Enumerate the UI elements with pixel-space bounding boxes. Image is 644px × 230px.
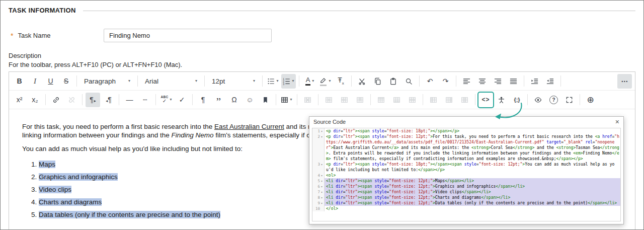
list-item-text: Video clips	[39, 186, 71, 193]
text-color-button[interactable]: A▾	[302, 74, 317, 89]
line-number: 10	[315, 206, 320, 211]
fold-arrow-icon[interactable]: ▾	[320, 134, 324, 139]
accessibility-checker-button[interactable]	[494, 93, 509, 107]
ltr-direction-button[interactable]: ¶▸	[86, 93, 100, 107]
description-label: Description	[9, 52, 635, 59]
toolbar-separator	[524, 75, 524, 87]
cut-button[interactable]	[355, 74, 369, 89]
rtl-direction-button[interactable]: ◂¶	[101, 93, 116, 107]
spell-check-toggle-button[interactable]: ✓	[175, 93, 189, 107]
source-code-title: Source Code	[313, 119, 346, 125]
toolbar-separator	[76, 75, 77, 87]
toolbar-separator	[155, 94, 156, 105]
code-line: 6▾<li dir="ltr"><span style="font-size: …	[312, 184, 620, 189]
preview-button[interactable]	[531, 93, 545, 107]
source-code-button[interactable]: <>	[478, 93, 493, 107]
page-break-button[interactable]: ┄	[138, 93, 152, 107]
rich-text-editor: BIUSParagraph▾Arial▾12pt▾▾123▾A▾▾Ŧx↶↷⋯ x…	[9, 71, 635, 230]
redo-button[interactable]: ↷	[438, 74, 453, 89]
fold-arrow-icon[interactable]: ▾	[320, 162, 324, 167]
toolbar-separator	[192, 94, 193, 105]
paragraph-format-value: Paragraph	[84, 78, 116, 85]
anchor-button[interactable]	[258, 93, 273, 107]
highlight-color-button[interactable]: ▾	[318, 74, 333, 89]
insert-link-button[interactable]	[49, 93, 63, 107]
fullscreen-button[interactable]	[562, 93, 577, 107]
toolbar-separator	[475, 94, 475, 105]
list-item-text: Charts and diagrams	[39, 198, 102, 206]
task-name-label-group: * Task Name	[9, 32, 104, 39]
insert-row-above-button	[374, 93, 388, 107]
align-justify-button[interactable]	[506, 74, 521, 89]
more-options-button[interactable]: ⋯	[617, 74, 632, 89]
font-family-select[interactable]: Arial▾	[141, 74, 201, 89]
help-button[interactable]: ?	[546, 93, 561, 107]
fold-arrow-icon[interactable]: ▾	[320, 178, 324, 184]
align-center-button[interactable]	[475, 74, 490, 89]
search-button[interactable]	[401, 74, 416, 89]
line-number-gutter: 10	[312, 206, 325, 211]
fold-arrow-icon[interactable]: ▾	[320, 173, 324, 178]
fold-arrow-icon[interactable]: ▾	[320, 184, 324, 189]
source-code-editor[interactable]: 1▾<p dir="ltr"><span style="font-size: 1…	[312, 128, 621, 221]
code-text: <li dir="ltr"><span style="font-size: 12…	[325, 178, 620, 184]
bold-button[interactable]: B	[12, 74, 27, 89]
chevron-down-icon: ▾	[128, 79, 130, 83]
underline-button[interactable]: U	[43, 74, 58, 89]
outdent-button[interactable]	[543, 74, 557, 89]
toolbar-separator	[262, 75, 263, 87]
insert-column-after-button	[442, 93, 456, 107]
insert-button[interactable]: ⊕	[583, 93, 598, 107]
toolbar-separator	[560, 75, 561, 87]
paste-button[interactable]	[386, 74, 400, 89]
task-name-input[interactable]	[104, 29, 272, 42]
fold-arrow-icon[interactable]: ▾	[320, 189, 324, 195]
paragraph-mark-button[interactable]: ¶	[196, 93, 210, 107]
blockquote-button[interactable]: ”	[211, 93, 226, 107]
font-size-select[interactable]: 12pt▾	[208, 74, 259, 89]
horizontal-rule-button[interactable]: ―	[122, 93, 137, 107]
chevron-down-icon: ▾	[276, 79, 278, 83]
indent-button[interactable]	[527, 74, 542, 89]
fold-arrow-icon[interactable]: ▾	[320, 128, 324, 134]
chevron-down-icon: ▾	[290, 98, 292, 102]
insert-row-below-button	[389, 93, 404, 107]
remove-link-button	[64, 93, 79, 107]
superscript-button[interactable]: x²	[12, 93, 27, 107]
insert-column-before-button	[426, 93, 441, 107]
special-character-button[interactable]: Ω	[227, 93, 242, 107]
page-title: TASK INFORMATION	[9, 7, 76, 14]
close-icon[interactable]: ×	[615, 119, 619, 124]
code-sample-button[interactable]: {;}	[510, 93, 524, 107]
split-cell-button	[353, 93, 367, 107]
code-line: 8▾<li dir="ltr"><span style="font-size: …	[312, 195, 620, 200]
code-text: <p dir="ltr"><span style="font-size: 18p…	[325, 128, 620, 134]
paragraph-format-select[interactable]: Paragraph▾	[80, 74, 134, 89]
code-line: 4▾<ol>	[312, 173, 620, 178]
numbered-list-button[interactable]: 123▾	[281, 74, 296, 89]
content-italic-text: Finding Nemo	[171, 131, 213, 139]
code-line: 2▾<p dir="ltr"><span style="font-size: 1…	[312, 134, 620, 162]
content-link[interactable]: East Australian Current	[214, 123, 284, 130]
clear-formatting-button[interactable]: Ŧx	[334, 74, 348, 89]
align-right-button[interactable]	[491, 74, 505, 89]
spell-check-button[interactable]: ABC✓▾	[159, 93, 174, 107]
code-text: </ol>	[325, 206, 620, 211]
italic-button[interactable]: I	[28, 74, 42, 89]
line-number-gutter: 9▾	[312, 200, 325, 206]
emoticons-button[interactable]: ☺	[243, 93, 257, 107]
align-left-button[interactable]	[459, 74, 474, 89]
bullet-list-button[interactable]: ▾	[266, 74, 280, 89]
fold-arrow-icon[interactable]: ▾	[320, 195, 324, 200]
subscript-button[interactable]: x₂	[28, 93, 42, 107]
font-size-value: 12pt	[212, 78, 225, 85]
code-line: 10</ol>	[312, 206, 620, 211]
code-text: <li dir="ltr"><span style="font-size: 12…	[325, 184, 620, 189]
copy-button[interactable]	[370, 74, 385, 89]
chevron-down-icon: ▾	[292, 79, 294, 83]
undo-button[interactable]: ↶	[423, 74, 437, 89]
toolbar-separator	[276, 94, 276, 105]
insert-table-button[interactable]: ▾	[279, 93, 294, 107]
fold-arrow-icon[interactable]: ▾	[320, 200, 324, 206]
strikethrough-button[interactable]: S	[59, 74, 73, 89]
